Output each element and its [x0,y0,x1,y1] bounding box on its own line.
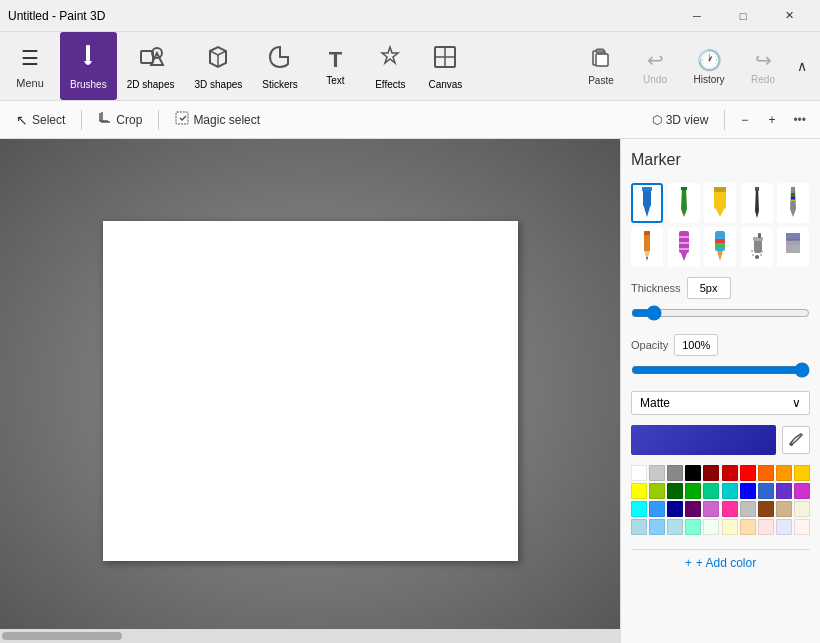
color-cell[interactable] [667,465,683,481]
color-cell[interactable] [685,465,701,481]
color-cell[interactable] [722,465,738,481]
brush-item-2[interactable] [704,183,736,223]
paste-icon [590,46,612,73]
more-options-button[interactable]: ••• [787,109,812,131]
color-cell[interactable] [794,501,810,517]
color-cell[interactable] [703,501,719,517]
stickers-icon [266,43,294,77]
thickness-slider[interactable] [631,305,810,321]
color-cell[interactable] [649,501,665,517]
brush-item-6[interactable] [668,227,700,267]
magic-select-icon [175,111,189,128]
color-cell[interactable] [649,519,665,535]
ribbon-collapse-button[interactable]: ∧ [792,32,812,100]
toolbar-separator-3 [724,110,725,130]
brush-item-0[interactable] [631,183,663,223]
brush-item-1[interactable] [668,183,700,223]
color-cell[interactable] [758,483,774,499]
color-cell[interactable] [794,465,810,481]
menu-button[interactable]: ☰ Menu [0,32,60,100]
zoom-in-icon: + [768,113,775,127]
brush-item-5[interactable] [631,227,663,267]
color-cell[interactable] [631,501,647,517]
color-cell[interactable] [667,483,683,499]
view-3d-tool[interactable]: ⬡ 3D view [644,109,717,131]
color-cell[interactable] [722,501,738,517]
brush-item-9[interactable] [777,227,809,267]
color-cell[interactable] [776,465,792,481]
tab-text[interactable]: T Text [308,32,363,100]
dropdown-chevron-icon: ∨ [792,396,801,410]
tab-canvas[interactable]: Canvas [418,32,473,100]
color-cell[interactable] [740,465,756,481]
color-cell[interactable] [703,465,719,481]
svg-rect-11 [642,187,652,191]
tab-2d-shapes[interactable]: 2D shapes [117,32,185,100]
color-cell[interactable] [667,501,683,517]
crop-icon [98,111,112,128]
color-cell[interactable] [722,483,738,499]
close-button[interactable]: ✕ [766,0,812,32]
tab-stickers[interactable]: Stickers [252,32,308,100]
color-cell[interactable] [667,519,683,535]
color-cell[interactable] [631,519,647,535]
select-tool[interactable]: ↖ Select [8,108,73,132]
color-cell[interactable] [631,465,647,481]
drawing-canvas[interactable] [103,221,518,561]
svg-rect-34 [786,233,800,240]
color-cell[interactable] [794,519,810,535]
color-cell[interactable] [685,501,701,517]
scrollbar-thumb[interactable] [2,632,122,640]
active-color-swatch[interactable] [631,425,776,455]
minimize-button[interactable]: ─ [674,0,720,32]
add-color-button[interactable]: + + Add color [631,549,810,576]
color-cell[interactable] [794,483,810,499]
color-cell[interactable] [740,519,756,535]
eyedropper-button[interactable] [782,426,810,454]
menu-icon: ☰ [15,43,45,73]
svg-rect-36 [786,245,793,253]
color-cell[interactable] [631,483,647,499]
color-cell[interactable] [703,483,719,499]
brush-item-7[interactable] [704,227,736,267]
redo-button[interactable]: ↪ Redo [738,44,788,89]
svg-rect-17 [644,231,650,235]
opacity-input[interactable] [674,334,718,356]
color-cell[interactable] [703,519,719,535]
tab-effects[interactable]: Effects [363,32,418,100]
brush-item-4[interactable] [777,183,809,223]
opacity-slider[interactable] [631,362,810,378]
brush-item-8[interactable] [741,227,773,267]
color-cell[interactable] [758,465,774,481]
thickness-input[interactable] [687,277,731,299]
magic-select-tool[interactable]: Magic select [167,107,268,132]
color-cell[interactable] [685,519,701,535]
tab-brushes[interactable]: Brushes [60,32,117,100]
color-cell[interactable] [740,501,756,517]
svg-point-32 [761,250,763,252]
color-cell[interactable] [776,483,792,499]
history-button[interactable]: 🕐 History [684,44,734,89]
ribbon-right-tools: Paste ↩ Undo 🕐 History ↪ Redo ∧ [576,32,820,100]
undo-button[interactable]: ↩ Undo [630,44,680,89]
horizontal-scrollbar[interactable] [0,629,620,643]
color-cell[interactable] [776,519,792,535]
color-palette [631,465,810,535]
color-cell[interactable] [649,483,665,499]
brush-item-3[interactable] [741,183,773,223]
color-cell[interactable] [649,465,665,481]
zoom-out-button[interactable]: − [733,109,756,131]
color-cell[interactable] [758,519,774,535]
zoom-in-button[interactable]: + [760,109,783,131]
color-cell[interactable] [740,483,756,499]
crop-tool[interactable]: Crop [90,107,150,132]
color-cell[interactable] [776,501,792,517]
tab-3d-shapes[interactable]: 3D shapes [185,32,253,100]
color-cell[interactable] [722,519,738,535]
maximize-button[interactable]: □ [720,0,766,32]
color-cell[interactable] [685,483,701,499]
svg-rect-27 [758,233,761,238]
paste-button[interactable]: Paste [576,42,626,90]
style-dropdown[interactable]: Matte ∨ [631,391,810,415]
color-cell[interactable] [758,501,774,517]
